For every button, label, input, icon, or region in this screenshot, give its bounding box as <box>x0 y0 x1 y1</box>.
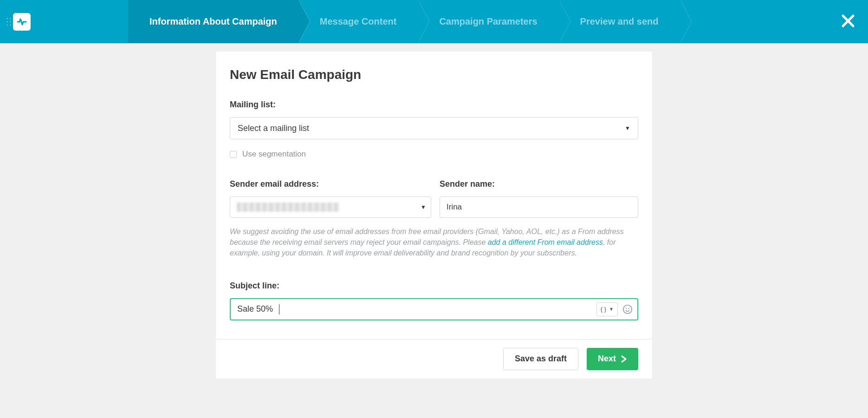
step-preview-send[interactable]: Preview and send <box>559 0 680 43</box>
mailing-list-label: Mailing list: <box>230 100 638 110</box>
chevron-down-icon: ▼ <box>625 125 630 131</box>
next-button[interactable]: Next <box>587 348 638 370</box>
step-label: Preview and send <box>580 16 659 27</box>
sender-email-value-redacted <box>237 202 339 212</box>
wizard-steps: Information About Campaign Message Conte… <box>128 0 680 43</box>
segmentation-label: Use segmentation <box>242 150 306 159</box>
braces-icon: { } <box>601 306 606 313</box>
page-title: New Email Campaign <box>230 67 638 82</box>
subject-input-wrap: { } ▼ <box>230 298 638 320</box>
insert-variable-button[interactable]: { } ▼ <box>596 302 618 316</box>
subject-label: Subject line: <box>230 281 638 291</box>
step-message-content[interactable]: Message Content <box>298 0 418 43</box>
save-draft-label: Save as draft <box>515 354 567 364</box>
save-draft-button[interactable]: Save as draft <box>503 348 578 370</box>
mailing-list-select[interactable]: Select a mailing list ▼ <box>230 117 638 139</box>
sender-email-label: Sender email address: <box>230 179 431 189</box>
svg-point-0 <box>623 305 632 313</box>
svg-point-1 <box>626 308 627 309</box>
wizard-header: Information About Campaign Message Conte… <box>0 0 868 43</box>
step-label: Campaign Parameters <box>439 16 537 27</box>
add-from-address-link[interactable]: add a different From email address <box>488 238 603 246</box>
sender-name-label: Sender name: <box>440 179 638 189</box>
text-cursor <box>279 304 279 314</box>
step-label: Message Content <box>320 16 397 27</box>
segmentation-row: Use segmentation <box>230 150 638 159</box>
sender-name-input[interactable] <box>440 196 638 218</box>
sender-email-select[interactable]: ▼ <box>230 196 431 218</box>
drag-handle-icon[interactable] <box>6 18 11 26</box>
close-button[interactable] <box>841 14 855 30</box>
emoji-picker-button[interactable] <box>622 303 634 315</box>
subject-input[interactable] <box>237 304 278 314</box>
close-icon <box>841 14 855 28</box>
mailing-list-placeholder: Select a mailing list <box>238 124 309 133</box>
svg-point-2 <box>628 308 629 309</box>
chevron-down-icon: ▼ <box>421 204 426 210</box>
smile-icon <box>622 304 633 314</box>
step-information[interactable]: Information About Campaign <box>128 0 298 43</box>
step-campaign-parameters[interactable]: Campaign Parameters <box>418 0 558 43</box>
chevron-right-icon <box>621 355 627 363</box>
chevron-down-icon: ▼ <box>609 307 614 312</box>
segmentation-checkbox[interactable] <box>230 151 237 158</box>
next-label: Next <box>598 354 616 364</box>
pulse-icon <box>16 16 27 27</box>
app-logo[interactable] <box>13 13 31 31</box>
form-footer: Save as draft Next <box>216 339 652 379</box>
sender-helper-text: We suggest avoiding the use of email add… <box>230 226 638 259</box>
step-label: Information About Campaign <box>149 16 277 27</box>
campaign-form-card: New Email Campaign Mailing list: Select … <box>216 52 652 339</box>
